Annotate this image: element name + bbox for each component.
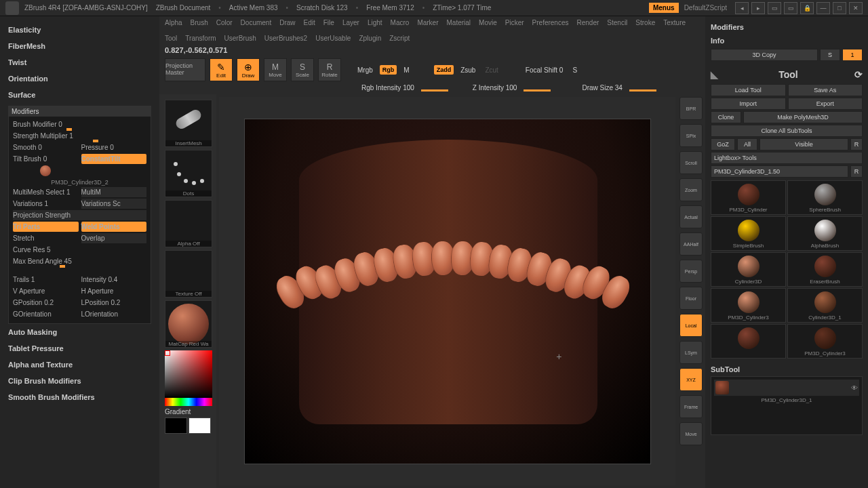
rgb-toggle[interactable]: Rgb — [380, 65, 397, 75]
color-white-swatch[interactable] — [189, 418, 211, 434]
refresh-icon[interactable]: ⟳ — [854, 69, 863, 80]
menu-macro[interactable]: Macro — [391, 19, 410, 26]
view-local-button[interactable]: Local — [679, 314, 703, 337]
l-position[interactable]: LPosition 0.2 — [81, 298, 147, 308]
alpha-thumb[interactable]: Alpha Off — [165, 200, 212, 247]
lightbox-tools-button[interactable]: Lightbox> Tools — [711, 152, 863, 164]
tool-item[interactable]: SimpleBrush — [711, 216, 786, 251]
goz-r-button[interactable]: R — [850, 138, 863, 150]
menu-movie[interactable]: Movie — [479, 19, 497, 26]
brush-group[interactable]: Auto Masking — [8, 324, 151, 340]
zadd-toggle[interactable]: Zadd — [434, 65, 454, 75]
tool-item[interactable]: EraserBrush — [787, 252, 863, 287]
brush-group-elasticity[interactable]: Elasticity — [8, 22, 151, 38]
z-intensity-track[interactable] — [524, 89, 551, 92]
scale-mode-button[interactable]: SScale — [291, 58, 314, 81]
brush-thumb[interactable]: InsertMesh — [165, 100, 212, 147]
window-btn1-icon[interactable]: ▭ — [768, 2, 781, 14]
view-persp-button[interactable]: Persp — [679, 260, 703, 283]
rgb-intensity-slider[interactable]: Rgb Intensity 100 — [359, 84, 417, 92]
menu-transform[interactable]: Transform — [185, 35, 216, 42]
view-lsym-button[interactable]: LSym — [679, 341, 703, 364]
minimize-icon[interactable]: — — [816, 2, 830, 14]
view-bpr-button[interactable]: BPR — [679, 97, 703, 120]
focal-shift-slider[interactable]: Focal Shift 0 — [523, 66, 566, 74]
tool-item[interactable]: PM3D_Cylinder — [711, 180, 786, 215]
overlap-button[interactable]: Overlap — [81, 233, 147, 243]
z-intensity-slider[interactable]: Z Intensity 100 — [470, 84, 520, 92]
menu-color[interactable]: Color — [216, 19, 233, 26]
brush-group[interactable]: Smooth Brush Modifiers — [8, 389, 151, 405]
3d-copy-button[interactable]: 3D Copy — [711, 49, 818, 61]
goz-button[interactable]: GoZ — [711, 138, 735, 150]
brush-group[interactable]: Tablet Pressure — [8, 340, 151, 357]
g-position[interactable]: GPosition 0.2 — [13, 298, 79, 308]
view-move-button[interactable]: Move — [679, 422, 703, 445]
one-toggle[interactable]: 1 — [842, 49, 863, 61]
viewport[interactable]: + — [244, 119, 651, 464]
tri-parts-toggle[interactable]: Tri Parts — [13, 222, 79, 232]
menus-button[interactable]: Menus — [649, 3, 679, 13]
goz-all-button[interactable]: All — [737, 138, 757, 150]
view-xyz-button[interactable]: XYZ — [679, 368, 703, 391]
menu-alpha[interactable]: Alpha — [165, 19, 182, 26]
smooth-slider[interactable]: Smooth 0 — [13, 142, 79, 152]
draw-size-track[interactable] — [629, 89, 656, 92]
edit-mode-button[interactable]: ✎Edit — [210, 58, 233, 81]
default-script[interactable]: DefaultZScript — [684, 4, 727, 12]
mrgb-button[interactable]: Mrgb — [355, 66, 376, 74]
multim-button[interactable]: MultiM — [81, 187, 147, 197]
lock-icon[interactable]: 🔒 — [800, 2, 814, 14]
brush-group-twist[interactable]: Twist — [8, 54, 151, 70]
view-floor-button[interactable]: Floor — [679, 287, 703, 310]
draw-mode-button[interactable]: ⊕Draw — [237, 58, 260, 81]
canvas-area[interactable]: + — [219, 97, 675, 485]
import-button[interactable]: Import — [711, 98, 786, 110]
menu-brush[interactable]: Brush — [191, 19, 208, 26]
tool-item[interactable]: AlphaBrush — [787, 216, 863, 251]
subtool-item[interactable]: 👁 — [714, 380, 859, 396]
zcut-button[interactable]: Zcut — [482, 66, 500, 74]
nav-prev-icon[interactable]: ◂ — [735, 2, 749, 14]
draw-size-slider[interactable]: Draw Size 34 — [579, 84, 625, 92]
l-orientation[interactable]: LOrientation — [81, 309, 147, 319]
tool-item[interactable]: PM3D_Cylinder3 — [711, 288, 786, 323]
clone-button[interactable]: Clone — [711, 111, 741, 123]
view-frame-button[interactable]: Frame — [679, 395, 703, 418]
menu-zscript[interactable]: Zscript — [389, 35, 410, 42]
tool-r-button[interactable]: R — [850, 165, 863, 178]
m-button[interactable]: M — [401, 66, 412, 74]
color-black-swatch[interactable] — [165, 418, 187, 434]
export-button[interactable]: Export — [788, 98, 863, 110]
tool-item[interactable]: Cylinder3D_1 — [787, 288, 863, 323]
load-tool-button[interactable]: Load Tool — [711, 84, 786, 96]
menu-light[interactable]: Light — [368, 19, 382, 26]
zsub-button[interactable]: Zsub — [458, 66, 478, 74]
intensity-slider[interactable]: Intensity 0.4 — [81, 274, 147, 285]
variations-sc[interactable]: Variations Sc — [81, 199, 147, 209]
brush-group[interactable]: Alpha and Texture — [8, 357, 151, 373]
menu-edit[interactable]: Edit — [304, 19, 315, 26]
info-section[interactable]: Info — [711, 34, 863, 47]
v-aperture[interactable]: V Aperture — [13, 286, 79, 296]
rotate-mode-button[interactable]: RRotate — [318, 58, 341, 81]
make-polymesh-button[interactable]: Make PolyMesh3D — [743, 111, 863, 123]
nav-next-icon[interactable]: ▸ — [751, 2, 765, 14]
brush-group-surface[interactable]: Surface — [8, 87, 151, 103]
menu-stencil[interactable]: Stencil — [607, 19, 627, 26]
h-aperture[interactable]: H Aperture — [81, 286, 147, 296]
rgb-intensity-track[interactable] — [421, 89, 448, 92]
g-orientation[interactable]: GOrientation — [13, 309, 79, 319]
maximize-icon[interactable]: □ — [833, 2, 846, 14]
menu-file[interactable]: File — [323, 19, 334, 26]
view-scroll-button[interactable]: Scroll — [679, 151, 703, 174]
trails-slider[interactable]: Trails 1 — [13, 274, 79, 285]
brush-group-orientation[interactable]: Orientation — [8, 70, 151, 87]
menu-tool[interactable]: Tool — [165, 35, 177, 42]
close-icon[interactable]: ✕ — [849, 2, 863, 14]
multimesh-select[interactable]: MultiMesh Select 1 — [13, 187, 79, 197]
menu-userbrushes2[interactable]: UserBrushes2 — [264, 35, 307, 42]
s-field[interactable]: S — [820, 49, 840, 61]
menu-document[interactable]: Document — [241, 19, 272, 26]
menu-userbrush[interactable]: UserBrush — [224, 35, 256, 42]
